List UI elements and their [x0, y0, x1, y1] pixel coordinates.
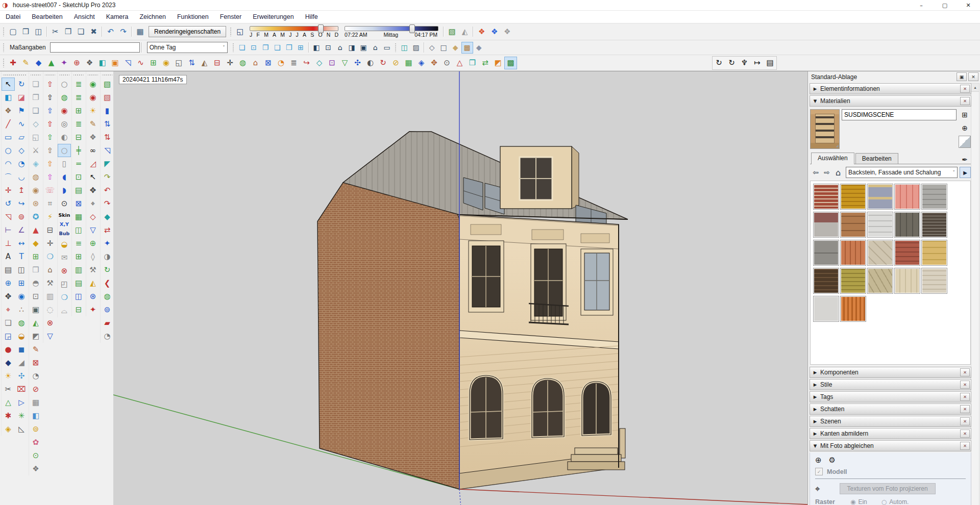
plugin-toolbar-icon-38[interactable]: ⇄ — [479, 57, 492, 69]
forward-icon[interactable]: ⇨ — [821, 167, 832, 178]
material-swatch-white-plaster[interactable] — [813, 296, 839, 322]
modeling-tools-icon-26[interactable]: ◧ — [29, 409, 42, 422]
plugin-toolbar-icon-7[interactable]: ❖ — [83, 57, 96, 69]
protractor-tool[interactable]: ∠ — [15, 223, 28, 237]
offset-tool[interactable]: ⊚ — [15, 210, 28, 223]
plugin-toolbar-icon-24[interactable]: ↪ — [300, 57, 313, 69]
misc-tools-icon-7[interactable]: ◤ — [101, 157, 114, 170]
menu-item-ansicht[interactable]: Ansicht — [68, 13, 101, 20]
circle-tool[interactable]: ○ — [2, 144, 15, 157]
add-location-icon[interactable]: ▧ — [446, 26, 458, 38]
compass-icon[interactable]: ◉ — [86, 91, 100, 104]
plugin-toolbar-icon-13[interactable]: ◉ — [160, 57, 173, 69]
resize-handle-icon[interactable]: ◢ — [836, 144, 839, 148]
principal-tools-icon-42[interactable]: ◼ — [15, 343, 28, 356]
principal-tools-icon-41[interactable]: ● — [2, 343, 15, 356]
shape-tools-icon-19[interactable]: ⌓ — [58, 304, 71, 317]
power-icon[interactable]: ◉ — [86, 78, 100, 91]
principal-tools-icon-46[interactable]: ✣ — [15, 369, 28, 383]
modeling-tools-icon-15[interactable]: ❒ — [29, 263, 42, 276]
plugin-toolbar-icon-23[interactable]: ≣ — [287, 57, 300, 69]
push-tools-icon-18[interactable]: ◌ — [43, 303, 57, 316]
close-section-icon[interactable]: ✕ — [960, 368, 970, 376]
menu-item-datei[interactable]: Datei — [0, 13, 26, 20]
shape-tools-icon-8[interactable]: ◖ — [58, 170, 71, 184]
push-tools-icon-2[interactable]: ⇧ — [43, 91, 57, 104]
utility-tools-icon-7[interactable]: ◿ — [86, 157, 100, 170]
plugin-toolbar-icon-11[interactable]: ∿ — [134, 57, 147, 69]
section-tags[interactable]: ▶Tags✕ — [810, 391, 971, 402]
walk-tool[interactable]: ∴ — [15, 303, 28, 316]
raster-auto-radio[interactable]: ○ Autom. — [881, 498, 909, 505]
push-tools-icon-12[interactable]: ⊟ — [43, 223, 57, 237]
modeling-tools-icon-9[interactable]: ◉ — [29, 184, 42, 197]
principal-tools-icon-53[interactable]: ◈ — [2, 422, 15, 436]
edit-group-icon[interactable]: ❐ — [260, 42, 272, 54]
plugin-toolbar-icon-25[interactable]: ◇ — [313, 57, 326, 69]
layer-tools-icon-17[interactable]: ◫ — [72, 290, 85, 303]
palette-grip[interactable] — [102, 72, 112, 77]
create-material-icon[interactable]: ⊞ — [959, 109, 970, 120]
view-left-icon[interactable]: ⌂ — [370, 42, 381, 54]
push-tools-icon-15[interactable]: ⌂ — [43, 263, 57, 276]
close-section-icon[interactable]: ✕ — [960, 393, 970, 401]
pin-tray-icon[interactable]: ▣ — [957, 72, 967, 81]
move-tool[interactable]: ✛ — [2, 184, 15, 197]
scroll-up-icon[interactable]: ▴ — [971, 84, 979, 92]
three-point-arc-tool[interactable]: ◡ — [15, 170, 28, 184]
new-document-icon[interactable]: ▢ — [7, 26, 19, 38]
plugin-toolbar-icon-18[interactable]: ✛ — [224, 57, 236, 69]
select-tool[interactable]: ↖ — [2, 78, 15, 91]
rotated-rectangle-tool[interactable]: ▱ — [15, 131, 28, 144]
utility-tools-icon-15[interactable]: ⚒ — [86, 263, 100, 276]
pan-tool[interactable]: ✥ — [2, 290, 15, 303]
principal-tools-icon-39[interactable]: ◲ — [2, 330, 15, 343]
shape-tools-icon-17[interactable]: ◰ — [58, 277, 71, 291]
plugin-toolbar-icon-2[interactable]: ✎ — [19, 57, 32, 69]
plugin-toolbar-icon-14[interactable]: ◱ — [173, 57, 185, 69]
modeling-tools-icon-22[interactable]: ⊠ — [29, 356, 42, 369]
material-swatch-orange-corrugated[interactable] — [840, 296, 866, 322]
binoculars-icon[interactable]: ∞ — [86, 144, 100, 157]
principal-tools-icon-51[interactable]: ✱ — [2, 409, 15, 422]
back-icon[interactable]: ⇦ — [810, 167, 821, 178]
shape-tools-icon-16[interactable]: ⊗ — [58, 264, 71, 277]
modeling-tools-icon-17[interactable]: ⊡ — [29, 290, 42, 303]
measurements-input[interactable] — [50, 42, 140, 53]
close-section-icon[interactable]: ✕ — [960, 430, 970, 438]
export-icon[interactable]: ↦ — [751, 57, 764, 69]
close-section-icon[interactable]: ✕ — [960, 442, 970, 450]
modeling-tools-icon-11[interactable]: ✪ — [29, 210, 42, 223]
plugin-toolbar-icon-37[interactable]: ❒ — [466, 57, 479, 69]
plugin-toolbar-icon-16[interactable]: ◭ — [198, 57, 211, 69]
toolbar-grip[interactable] — [3, 43, 5, 52]
material-swatch-gold-brick[interactable] — [840, 184, 866, 210]
rectangle-tool[interactable]: ▭ — [2, 131, 15, 144]
layer-tools-icon-7[interactable]: ═ — [72, 157, 85, 170]
layer-tools-icon-12[interactable]: ◫ — [72, 223, 85, 237]
date-slider-thumb[interactable] — [318, 24, 324, 33]
plugin-toolbar-icon-26[interactable]: ⊡ — [326, 57, 338, 69]
section-szenen[interactable]: ▶Szenen✕ — [810, 416, 971, 427]
menu-item-funktionen[interactable]: Funktionen — [172, 13, 214, 20]
plugin-connector-icon[interactable]: ♆ — [738, 57, 751, 69]
section-kanten-abmildern[interactable]: ▶Kanten abmildern✕ — [810, 428, 971, 439]
shape-tools-icon-9[interactable]: ◗ — [58, 184, 71, 197]
layer-tools-icon-3[interactable]: ⊞ — [72, 104, 85, 117]
undo-icon[interactable]: ↶ — [104, 26, 117, 38]
plugin-toolbar-icon-40[interactable]: ▩ — [504, 57, 517, 69]
plugin-toolbar-icon-19[interactable]: ◍ — [236, 57, 249, 69]
material-swatch-pink-pavers[interactable] — [894, 184, 920, 210]
push-tools-icon-17[interactable]: ▥ — [43, 290, 57, 303]
push-pull-tool[interactable]: ↥ — [15, 184, 28, 197]
plugin-toolbar-icon-35[interactable]: ⊙ — [440, 57, 453, 69]
toolbar-grip[interactable] — [232, 43, 235, 52]
modeling-tools-icon-23[interactable]: ◔ — [29, 369, 42, 383]
push-tools-icon-13[interactable]: ✛ — [43, 237, 57, 250]
material-swatch-orange-planks[interactable] — [840, 240, 866, 266]
shaded-textures-icon[interactable]: ▩ — [461, 42, 473, 54]
time-slider-thumb[interactable] — [409, 24, 415, 33]
palette-grip[interactable] — [31, 72, 41, 77]
modeling-tools-icon-10[interactable]: ⊛ — [29, 197, 42, 210]
render-properties-button[interactable]: Renderingeigenschaften — [149, 26, 226, 37]
